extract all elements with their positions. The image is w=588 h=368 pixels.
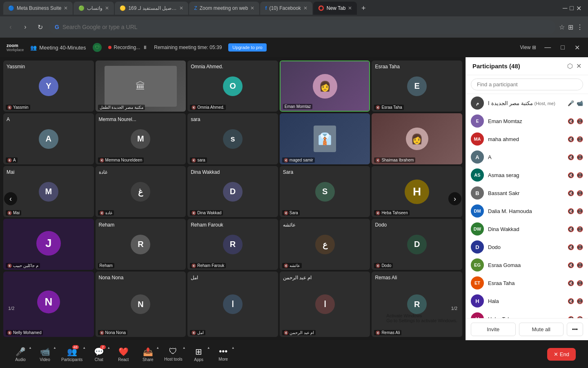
toolbar-chat[interactable]: 💬2 Chat ▲	[87, 345, 111, 364]
tab-favicon-newtab: ⭕	[318, 5, 324, 11]
avatar-yassmin: Y	[39, 76, 58, 96]
tab-close-details[interactable]: ✕	[179, 5, 183, 11]
participant-controls-dalia: 🔇 📵	[568, 208, 583, 214]
cell-label-library: مكتبة مصر الجديدة الطفل	[98, 105, 145, 110]
toolbar-end[interactable]: ✕ End	[543, 346, 580, 362]
address-input[interactable]	[62, 24, 550, 30]
toolbar-react[interactable]: ❤️ React	[111, 345, 136, 364]
upgrade-button[interactable]: Upgrade to pro	[228, 43, 266, 52]
view-button[interactable]: View ⊞	[520, 45, 537, 50]
avatar-reham-farouk: R	[223, 235, 243, 254]
panel-popout-button[interactable]: ⬡	[567, 62, 573, 70]
participant-search-input[interactable]	[471, 79, 583, 90]
mic-on-icon: 🎤	[568, 100, 574, 106]
audio-label: Audio	[15, 357, 26, 362]
tab-close-zoom[interactable]: ✕	[250, 5, 254, 11]
toolbar-host-tools[interactable]: 🛡 Host tools ▲	[160, 345, 186, 363]
participant-avatar-dina: DW	[471, 222, 484, 236]
toolbar-audio[interactable]: 🎤 Audio ▲	[8, 345, 33, 364]
zoom-minimize[interactable]: —	[543, 42, 552, 53]
extensions-icon[interactable]: ⊞	[568, 23, 573, 31]
video-cell-omnia: Omnia Ahmed. O 🔇 Omnia Ahmed.	[187, 61, 278, 112]
video-off-icon2: 📵	[577, 136, 583, 142]
participant-name-dalia: Dalia M. Hamouda	[488, 208, 564, 214]
meeting-label: Meeting 40-Minutes	[39, 45, 86, 51]
menu-icon[interactable]: ⋮	[577, 23, 583, 31]
cell-label-mai: 🔇 Mai	[6, 210, 21, 215]
panel-search	[466, 75, 588, 94]
tab-zoom[interactable]: Z Zoom meeting on web ✕	[189, 2, 259, 15]
video-cell-shaimaa: 👩 🔇 Shaimaa Ibrahem	[372, 113, 462, 164]
video-grid: Yassmin Y 🔇 Yassmin 🏛 مكتبة مصر الجديدة …	[3, 61, 462, 270]
tab-label-facebook: (10) Facebook	[269, 5, 301, 11]
video-grid-row5: N 🔇 Nelly Mohamed Nona Nona N 🔇 Nona Non…	[3, 272, 462, 337]
tab-facebook[interactable]: f (10) Facebook ✕	[260, 2, 312, 15]
meeting-icon: 👥	[30, 45, 37, 51]
zoom-logo-text: zoom	[7, 43, 24, 48]
more-options-button[interactable]: •••	[567, 323, 583, 336]
tab-close-meta[interactable]: ✕	[64, 5, 68, 11]
avatar-remas: R	[407, 294, 427, 314]
invite-button[interactable]: Invite	[471, 323, 516, 336]
participant-avatar-host: م	[471, 96, 484, 110]
participant-row: H Hala 🔇 📵	[466, 292, 588, 310]
toolbar-video[interactable]: 📹 Video ▲	[33, 345, 57, 364]
zoom-maximize[interactable]: □	[559, 42, 566, 53]
tab-meta[interactable]: 🔵 Meta Business Suite ✕	[3, 2, 73, 15]
participant-row: DM Dalia M. Hamouda 🔇 📵	[466, 202, 588, 220]
bookmark-icon[interactable]: ☆	[559, 23, 565, 31]
nav-arrow-left[interactable]: ‹	[4, 192, 17, 205]
library-photo: 🏛	[105, 66, 177, 107]
video-cell-reham: Reham R Reham	[96, 219, 186, 270]
panel-footer: Invite Mute all •••	[466, 318, 588, 340]
mute-icon-yassmin: 🔇	[7, 105, 12, 110]
tab-close-facebook[interactable]: ✕	[303, 5, 307, 11]
window-close[interactable]: ✕	[576, 4, 581, 12]
zoom-close[interactable]: ✕	[573, 42, 581, 53]
back-button[interactable]: ‹	[5, 21, 16, 33]
toolbar-more[interactable]: ••• More ▲	[211, 345, 236, 363]
toolbar-share[interactable]: 📤 Share ▲	[136, 345, 160, 364]
forward-button[interactable]: ›	[20, 21, 31, 33]
address-bar[interactable]: G	[49, 20, 556, 34]
video-cell-remas: Remas Ali R 🔇 Remas Ali	[372, 272, 462, 337]
new-tab-button[interactable]: +	[358, 2, 369, 14]
tab-label-whatsapp: واتساب	[87, 5, 102, 11]
chat-caret-icon: ▲	[107, 346, 110, 350]
tab-favicon-whatsapp: 🟢	[78, 5, 85, 11]
chat-badge: 2	[100, 345, 106, 349]
avatar-reham: R	[131, 235, 150, 254]
toolbar-participants[interactable]: 👥48 Participants ▲	[57, 345, 87, 364]
participant-controls-bassant: 🔇 📵	[568, 190, 583, 196]
apps-icon: ⊞	[195, 347, 202, 357]
toolbar-apps[interactable]: ⊞ Apps ▲	[187, 345, 211, 364]
video-cell-esraa: Esraa Taha E 🔇 Esraa Taha	[372, 61, 462, 112]
refresh-button[interactable]: ↻	[34, 21, 46, 33]
mute-all-button[interactable]: Mute all	[519, 323, 564, 336]
participant-avatar-dalia: DM	[471, 204, 484, 218]
video-cell-a: A A 🔇 A	[3, 113, 94, 164]
cell-label-umabdulrahman: 🔇 ام عبد الرحمن	[282, 330, 316, 335]
tab-whatsapp[interactable]: 🟢 واتساب ✕	[74, 2, 114, 15]
participant-avatar-a: A	[471, 150, 484, 164]
nav-arrow-right[interactable]: ›	[448, 192, 461, 205]
window-maximize[interactable]: □	[570, 4, 574, 12]
avatar-umabdulrahman: ا	[315, 294, 335, 314]
video-cell-sara2: Sara S 🔇 Sara	[280, 166, 370, 217]
share-label: Share	[143, 357, 154, 362]
tab-details[interactable]: 🟡 تفاصيل المستفيد لـ 169 ✕	[115, 2, 188, 15]
tab-newtab[interactable]: ⭕ New Tab ✕	[313, 2, 357, 15]
participant-controls-dina: 🔇 📵	[568, 226, 583, 232]
cell-label-jaclin: 🔇 م جاكلين حبيب	[6, 263, 40, 268]
panel-close-button[interactable]: ✕	[576, 62, 581, 70]
mic-muted-icon2: 🔇	[568, 136, 574, 142]
window-minimize[interactable]: ─	[563, 4, 567, 12]
tab-close-newtab[interactable]: ✕	[348, 5, 352, 11]
end-button[interactable]: ✕ End	[547, 348, 576, 361]
cell-label-esraa: 🔇 Esraa Taha	[374, 105, 403, 110]
participant-row: A A 🔇 📵	[466, 148, 588, 166]
tab-close-whatsapp[interactable]: ✕	[105, 5, 109, 11]
zoom-logo-sub: Workplace	[7, 48, 24, 52]
shaimaa-photo: 👩	[372, 113, 462, 164]
cell-label-remas: 🔇 Remas Ali	[374, 330, 401, 335]
